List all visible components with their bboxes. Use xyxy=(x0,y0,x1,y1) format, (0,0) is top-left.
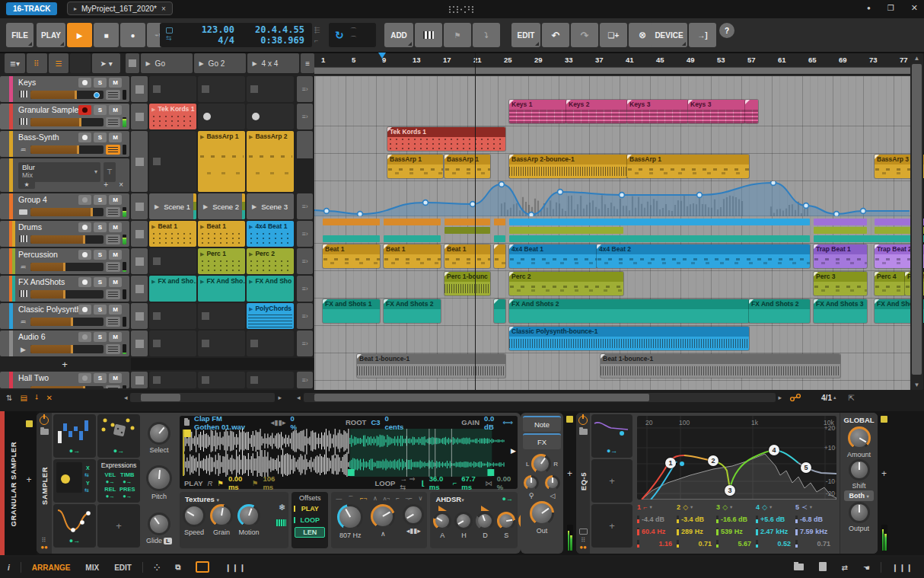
track-menu-button[interactable] xyxy=(106,289,120,299)
track-scene-menu[interactable]: ≡› xyxy=(297,76,313,102)
clip-fade-handle[interactable] xyxy=(745,100,750,104)
file-button[interactable]: FILE xyxy=(6,23,33,47)
track-header-group-4[interactable]: Group 4SM xyxy=(0,193,129,219)
launcher-cell[interactable]: ▶Perc 1 xyxy=(198,248,245,274)
clip-fade-handle[interactable] xyxy=(509,272,514,276)
arranger-clip[interactable] xyxy=(494,299,505,323)
punch-in-out-icons[interactable]: ⌒⌒ xyxy=(344,27,357,43)
loop-mode-icons[interactable]: → ⇒ ⇆ xyxy=(400,474,416,491)
record-arm-button[interactable] xyxy=(78,373,91,383)
track-display-mode-button[interactable]: ≣▾ xyxy=(5,53,25,73)
clip-fade-handle[interactable] xyxy=(494,244,499,249)
eq-band-freq[interactable]: 60.4 Hz xyxy=(637,525,677,538)
speed-knob[interactable] xyxy=(183,504,206,527)
arranger-clip[interactable]: Tek Kords 1 xyxy=(387,127,505,151)
solo-button[interactable]: S xyxy=(94,78,107,88)
clip-fade-handle[interactable] xyxy=(875,299,879,304)
arranger-scrollbar[interactable] xyxy=(304,393,776,402)
mute-button[interactable]: M xyxy=(109,277,122,287)
swap-view-icon[interactable]: ⇅ xyxy=(6,394,12,402)
volume-fader[interactable] xyxy=(30,263,104,271)
eq5-power-icon[interactable] xyxy=(578,416,588,425)
timeline-range-bar[interactable] xyxy=(314,67,910,75)
clip-stop-button[interactable] xyxy=(131,303,148,329)
scene-menu-button[interactable]: ≡ xyxy=(301,53,314,73)
mixer-panel-toggle-icon[interactable]: ❙❙❙ xyxy=(225,564,246,572)
launcher-cell[interactable]: ▶Scene 2 xyxy=(198,193,245,219)
clip-fade-handle[interactable] xyxy=(387,155,392,159)
clip-stop-button[interactable] xyxy=(131,221,148,247)
clip-record-button[interactable] xyxy=(252,113,260,120)
textures-mode-selector[interactable]: Textures ▾ xyxy=(185,495,219,503)
solo-button[interactable]: S xyxy=(94,332,107,342)
tab-mix[interactable]: MIX xyxy=(85,564,99,572)
expression-pres[interactable]: PRES●→ xyxy=(119,486,136,500)
empty-clip-slot[interactable] xyxy=(153,340,161,347)
empty-clip-slot[interactable] xyxy=(153,85,161,93)
clip-fade-handle[interactable] xyxy=(627,155,632,159)
fx-chain-button[interactable]: FX xyxy=(523,433,561,449)
offset-play[interactable]: PLAY xyxy=(295,504,324,513)
empty-clip-slot[interactable] xyxy=(202,376,209,384)
arranger-clip[interactable]: BassArp 1 xyxy=(627,155,749,178)
eq5-remote-icon[interactable]: ⠿ xyxy=(581,537,585,544)
empty-clip-slot[interactable] xyxy=(153,158,161,165)
track-scene-menu[interactable]: ≡› xyxy=(297,276,313,302)
filter-type-icons[interactable]: —⌒⌐¬∧ʌ¬⌐¬⌐∨ xyxy=(336,495,422,503)
arranger-clip[interactable]: Keys 3 xyxy=(627,100,688,123)
launcher-cell[interactable]: ▶Scene 3 xyxy=(247,193,294,219)
arranger-clip[interactable]: Keys 3 xyxy=(688,100,745,123)
group-scene-cell[interactable]: ▶Scene 1 xyxy=(149,193,196,219)
note-chain-button[interactable]: Note xyxy=(523,416,561,432)
launcher-cell[interactable]: ▶FX And Sho xyxy=(247,276,294,302)
record-arm-button[interactable] xyxy=(78,105,91,115)
clip-fade-handle[interactable] xyxy=(387,127,392,132)
clip-fade-handle[interactable] xyxy=(384,244,388,249)
arranger-clip[interactable]: BassArp 1 xyxy=(444,155,490,178)
arranger-clip[interactable]: Beat 1-bounce-1 xyxy=(357,354,505,378)
clip-fade-handle[interactable] xyxy=(444,244,449,249)
stop-button[interactable]: ■ xyxy=(94,23,119,47)
volume-fader[interactable] xyxy=(30,118,104,126)
eq-output-knob[interactable] xyxy=(849,502,870,523)
track-scene-menu[interactable]: ≡› xyxy=(297,331,313,356)
play-button[interactable]: ▶ xyxy=(67,23,92,47)
add-button[interactable]: ADD xyxy=(384,23,413,47)
solo-button[interactable]: S xyxy=(94,195,107,205)
studio-io-panel-icon[interactable]: ❙❙❙ xyxy=(892,564,913,572)
eq5-mod-dots-icon[interactable]: ●● xyxy=(579,544,587,551)
launcher-clip[interactable]: ▶BassArp 2 xyxy=(247,131,294,192)
pointer-tool-button[interactable]: ➤ ▾ xyxy=(92,53,120,73)
clip-stop-button[interactable] xyxy=(131,372,148,388)
project-close-icon[interactable]: × xyxy=(161,5,166,13)
track-scene-menu[interactable]: ≡› xyxy=(297,372,313,388)
clip-fade-handle[interactable] xyxy=(875,244,879,249)
track-header-granular-sampler[interactable]: Granular SamplerSM xyxy=(0,104,129,129)
launcher-cell[interactable] xyxy=(149,331,196,356)
add-modulator-tile[interactable]: + xyxy=(97,504,140,548)
add-audio-track-button[interactable]: ⚑ xyxy=(444,23,471,47)
clip-fade-handle[interactable] xyxy=(509,155,514,159)
record-arm-button[interactable] xyxy=(78,222,91,232)
eq5-preset-icon[interactable] xyxy=(579,429,588,435)
mute-button[interactable]: M xyxy=(109,105,122,115)
mute-button[interactable]: M xyxy=(109,222,122,232)
expressions-modulator-tile[interactable]: ExpressionsVEL●→TIMB●→REL●→PRES●→ xyxy=(97,459,140,503)
launcher-cell[interactable]: ▶FX and Sho… xyxy=(149,276,196,302)
arranger-clip[interactable] xyxy=(745,100,758,123)
loop-start-value[interactable]: 36.0 ms xyxy=(429,474,448,491)
eq-band-freq[interactable]: 7.59 kHz xyxy=(795,525,835,538)
clip-fade-handle[interactable] xyxy=(601,354,605,359)
track-header-classic-polysynth[interactable]: Classic PolysynthSM♒ xyxy=(0,303,129,329)
glide-knob-badge[interactable]: L xyxy=(164,538,172,544)
arranger-clip[interactable]: Keys 2 xyxy=(566,100,627,123)
volume-fader[interactable] xyxy=(30,318,104,326)
curve-modulator-tile[interactable]: ●→ xyxy=(53,504,96,548)
chain-color-box[interactable] xyxy=(26,420,33,427)
eq-band-q[interactable]: 0.71 xyxy=(795,538,835,550)
clip-edit-icon[interactable]: ▤ xyxy=(20,394,27,402)
redo-button[interactable]: ↷ xyxy=(571,23,598,47)
time-sig-value[interactable]: 4/4 xyxy=(187,35,234,46)
add-device-before-button[interactable]: + xyxy=(26,474,31,485)
empty-clip-slot[interactable] xyxy=(202,340,209,347)
